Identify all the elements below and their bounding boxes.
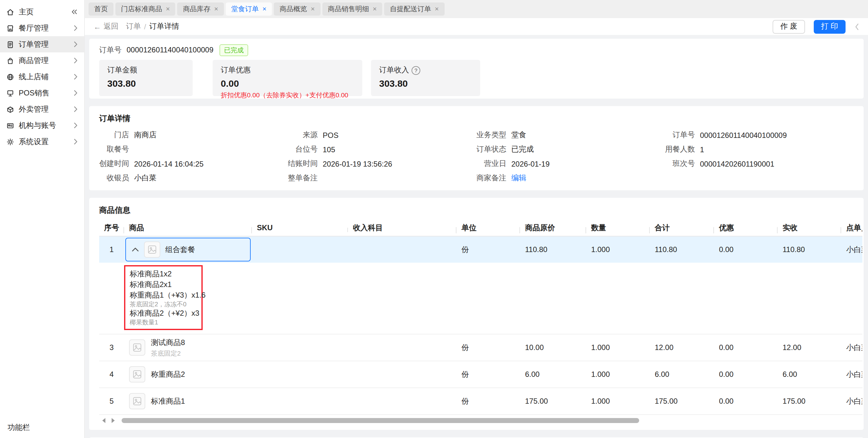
cell-paid: 110.80 — [778, 245, 841, 254]
table-row[interactable]: 5 标准商品1 份 175.00 1.000 175.00 0.00 175.0… — [99, 388, 862, 415]
function-bar-label[interactable]: 功能栏 — [7, 422, 30, 433]
product-note: 茶底固定2 — [151, 349, 185, 358]
sidebar-item-label: 主页 — [19, 6, 66, 17]
cell-unit: 份 — [457, 342, 520, 353]
field-source: 来源POS — [288, 128, 476, 142]
table-row[interactable]: 4 称重商品2 份 6.00 1.000 6.00 0.00 6.00 — [99, 361, 862, 388]
field-business-day: 营业日2026-01-19 — [476, 156, 665, 171]
cell-unit: 份 — [457, 244, 520, 255]
close-tab-icon[interactable]: × — [262, 6, 267, 12]
tab-label: 堂食订单 — [231, 4, 259, 14]
breadcrumb-orders[interactable]: 订单 — [126, 21, 141, 32]
field-order-no: 订单号000012601140040100009 — [665, 128, 854, 142]
cell-discount: 0.00 — [714, 245, 778, 254]
order-summary-card: 订单号 000012601140040100009 已完成 订单金额 303.8… — [89, 39, 864, 98]
scroll-left-icon[interactable] — [102, 418, 105, 423]
stat-label: 订单金额 — [107, 65, 185, 76]
help-icon[interactable]: ? — [411, 66, 420, 75]
close-tab-icon[interactable]: × — [435, 6, 439, 12]
cell-price: 175.00 — [520, 397, 586, 406]
stat-value: 0.00 — [221, 78, 354, 89]
product-image-placeholder — [129, 340, 145, 356]
tab-label: 自提配送订单 — [390, 4, 431, 14]
order-status-badge: 已完成 — [220, 44, 248, 56]
combo-item: 标准商品2x1 — [130, 280, 197, 290]
close-tab-icon[interactable]: × — [373, 6, 377, 12]
tab-pickup-delivery-orders[interactable]: 自提配送订单× — [384, 2, 444, 16]
cell-seq: 5 — [99, 397, 124, 406]
takeout-icon — [6, 105, 14, 113]
order-detail-page: 主页 餐厅管理 订单管理 商品管理 线上店铺 POS销售 — [0, 0, 868, 438]
order-income-card: 订单收入? 303.80 — [371, 60, 480, 96]
col-sku: SKU — [252, 223, 348, 232]
collapse-sidebar-icon[interactable] — [70, 8, 78, 16]
combo-product-cell[interactable]: 组合套餐 — [125, 238, 251, 261]
scroll-right-icon[interactable] — [112, 418, 115, 423]
close-tab-icon[interactable]: × — [166, 6, 170, 12]
cell-total: 6.00 — [650, 370, 714, 379]
tab-dine-in-orders[interactable]: 堂食订单× — [226, 2, 272, 16]
sidebar-item-orders[interactable]: 订单管理 — [0, 36, 84, 52]
sidebar-item-restaurant[interactable]: 餐厅管理 — [0, 20, 84, 36]
tab-home[interactable]: 首页 — [89, 2, 114, 16]
void-button[interactable]: 作 废 — [773, 20, 805, 33]
details-grid: 门店南商店 来源POS 业务类型堂食 订单号000012601140040100… — [99, 128, 854, 185]
print-button[interactable]: 打 印 — [813, 20, 845, 33]
combo-items-highlight: 标准商品1x2 标准商品2x1 称重商品1（+¥3）x1.6 茶底固定2，冻冻不… — [124, 265, 203, 330]
combo-items-panel: 标准商品1x2 标准商品2x1 称重商品1（+¥3）x1.6 茶底固定2，冻冻不… — [99, 263, 862, 334]
online-store-icon — [6, 73, 14, 81]
sidebar-item-online-store[interactable]: 线上店铺 — [0, 69, 84, 85]
sidebar-item-label: 订单管理 — [19, 39, 69, 50]
sidebar-item-products[interactable]: 商品管理 — [0, 52, 84, 69]
table-row-combo[interactable]: 1 组合套餐 份 110.80 1.000 110.80 0.00 — [99, 236, 862, 263]
col-paid: 实收 — [778, 223, 841, 233]
back-button[interactable]: ←返回 — [94, 21, 119, 32]
sidebar-item-home[interactable]: 主页 — [0, 4, 84, 20]
tab-bar: 首页 门店标准商品× 商品库存× 堂食订单× 商品概览× 商品销售明细× 自提配… — [85, 0, 868, 18]
product-name: 标准商品1 — [151, 396, 185, 407]
field-shift-no: 班次号000014202601190001 — [665, 156, 854, 171]
edit-remark-link[interactable]: 编辑 — [511, 173, 526, 183]
cell-price: 10.00 — [520, 343, 586, 352]
order-no-label: 订单号 — [99, 45, 122, 55]
cell-operator: 小白菜 — [841, 396, 862, 407]
field-empty — [665, 171, 854, 185]
product-image-placeholder — [144, 241, 160, 258]
tab-product-overview[interactable]: 商品概览× — [274, 2, 320, 16]
chevron-right-icon — [73, 74, 78, 80]
cell-paid: 175.00 — [778, 397, 841, 406]
collapse-combo-icon[interactable] — [131, 247, 139, 252]
horizontal-scrollbar — [99, 416, 854, 425]
cell-price: 6.00 — [520, 370, 586, 379]
cell-total: 12.00 — [650, 343, 714, 352]
sidebar-item-org-account[interactable]: 机构与账号 — [0, 117, 84, 134]
col-total: 合计 — [650, 223, 714, 233]
tab-product-sales-detail[interactable]: 商品销售明细× — [322, 2, 382, 16]
sidebar-item-pos-sales[interactable]: POS销售 — [0, 85, 84, 101]
close-tab-icon[interactable]: × — [214, 6, 218, 12]
field-cashier: 收银员小白菜 — [99, 171, 288, 185]
tab-product-inventory[interactable]: 商品库存× — [177, 2, 224, 16]
cell-qty: 1.000 — [586, 370, 650, 379]
breadcrumb-separator: / — [144, 22, 146, 31]
sidebar-item-takeout[interactable]: 外卖管理 — [0, 101, 84, 117]
combo-item-note: 茶底固定2，冻冻不0 — [130, 301, 197, 308]
field-created-time: 创建时间2026-01-14 16:04:25 — [99, 156, 288, 171]
cell-seq: 1 — [99, 245, 124, 254]
tab-store-standard-products[interactable]: 门店标准商品× — [115, 2, 176, 16]
product-info-card: 商品信息 序号 商品 SKU 收入科目 单位 商品原价 数量 合计 优惠 实收 … — [89, 198, 864, 430]
tab-label: 门店标准商品 — [121, 4, 162, 14]
stat-value: 303.80 — [107, 78, 185, 89]
collapse-right-icon[interactable] — [854, 23, 859, 30]
combo-item: 称重商品1（+¥3）x1.6 — [130, 290, 197, 301]
table-row[interactable]: 3 测试商品8茶底固定2 份 10.00 1.000 12.00 0.00 12… — [99, 334, 862, 361]
products-table: 序号 商品 SKU 收入科目 单位 商品原价 数量 合计 优惠 实收 点单员 1 — [99, 220, 862, 415]
toolbar: ←返回 订单 / 订单详情 作 废 打 印 — [85, 18, 868, 35]
order-details-card: 订单详情 门店南商店 来源POS 业务类型堂食 订单号0000126011400… — [89, 106, 864, 190]
close-tab-icon[interactable]: × — [311, 6, 315, 12]
scrollbar-thumb[interactable] — [122, 418, 639, 423]
sidebar-item-settings[interactable]: 系统设置 — [0, 134, 84, 150]
content-area: 订单号 000012601140040100009 已完成 订单金额 303.8… — [85, 35, 868, 438]
stat-value: 303.80 — [379, 78, 472, 89]
cell-discount: 0.00 — [714, 370, 778, 379]
